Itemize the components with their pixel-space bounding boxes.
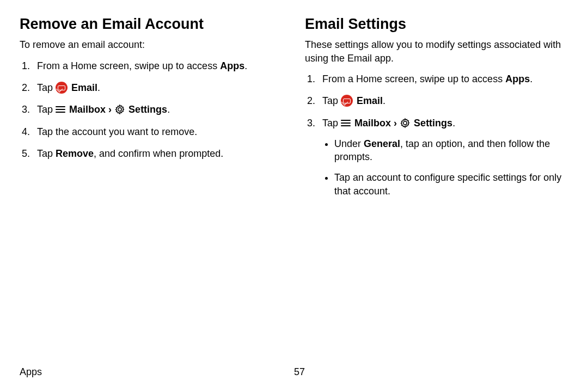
text: From a Home screen, swipe up to access [37, 60, 220, 71]
apps-label: Apps [505, 74, 530, 84]
settings-gear-icon [114, 104, 125, 115]
text: Tap [322, 95, 341, 106]
mailbox-label: Mailbox [69, 104, 106, 115]
steps-settings: From a Home screen, swipe up to access A… [305, 72, 568, 198]
email-app-icon [341, 95, 353, 107]
step-2: Tap Email. [318, 94, 568, 107]
footer-page-number: 57 [294, 366, 568, 378]
step-1: From a Home screen, swipe up to access A… [318, 72, 568, 85]
email-label: Email [71, 82, 97, 93]
email-label: Email [357, 95, 383, 106]
text: Tap [37, 148, 56, 159]
general-label: General [364, 138, 400, 149]
text: Tap [322, 118, 341, 128]
left-column: Remove an Email Account To remove an ema… [20, 15, 283, 206]
text: . [383, 95, 385, 106]
step-4: Tap the account you want to remove. [33, 125, 283, 138]
remove-label: Remove [56, 148, 94, 159]
intro-remove: To remove an email account: [20, 38, 283, 51]
text: From a Home screen, swipe up to access [322, 74, 505, 84]
text: Tap [37, 82, 56, 93]
step-3: Tap Mailbox › Settings. [33, 103, 283, 116]
text: , and confirm when prompted. [94, 148, 223, 159]
settings-label: Settings [128, 104, 167, 115]
steps-remove: From a Home screen, swipe up to access A… [20, 59, 283, 160]
mailbox-label: Mailbox [354, 118, 391, 128]
settings-gear-icon [400, 118, 411, 128]
text: . [244, 60, 247, 71]
text: Under [334, 138, 364, 149]
sub-bullet-general: Under General, tap an option, and then f… [334, 137, 568, 164]
manual-page: Remove an Email Account To remove an ema… [0, 0, 588, 392]
step-1: From a Home screen, swipe up to access A… [33, 59, 283, 72]
step-2: Tap Email. [33, 81, 283, 94]
text: . [452, 118, 455, 128]
hamburger-menu-icon [56, 106, 65, 113]
settings-label: Settings [414, 118, 452, 128]
two-column-layout: Remove an Email Account To remove an ema… [20, 15, 568, 206]
apps-label: Apps [220, 60, 244, 71]
hamburger-menu-icon [341, 119, 351, 127]
email-app-icon [56, 82, 68, 94]
heading-remove-email-account: Remove an Email Account [20, 15, 283, 33]
intro-settings: These settings allow you to modify setti… [305, 38, 568, 65]
heading-email-settings: Email Settings [305, 15, 568, 33]
text: . [530, 74, 532, 84]
text: . [167, 104, 170, 115]
text: Tap [37, 104, 56, 115]
sub-bullets: Under General, tap an option, and then f… [322, 137, 568, 198]
page-footer: Apps 57 [20, 366, 568, 378]
footer-section-label: Apps [20, 366, 294, 378]
right-column: Email Settings These settings allow you … [305, 15, 568, 206]
text: . [97, 82, 100, 93]
step-5: Tap Remove, and confirm when prompted. [33, 147, 283, 160]
sub-bullet-account: Tap an account to configure specific set… [334, 171, 568, 198]
step-3: Tap Mailbox › Settings. Under General, t… [318, 117, 568, 198]
